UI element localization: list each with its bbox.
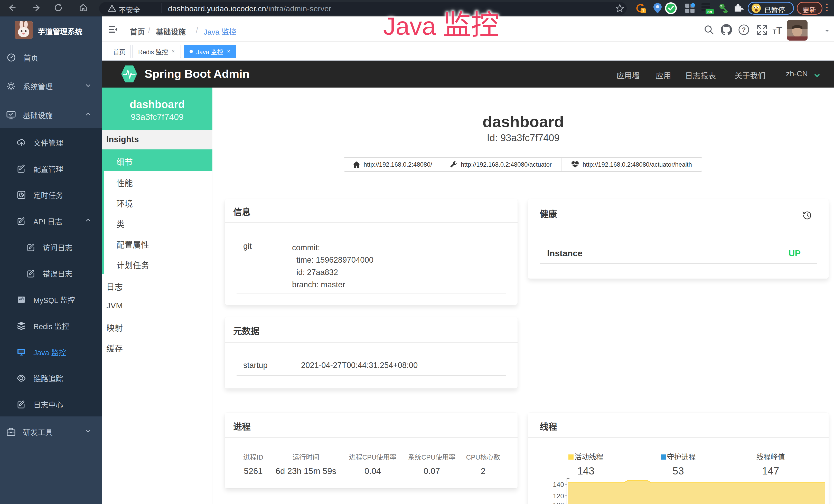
svg-text:on: on	[707, 9, 712, 14]
svg-text:?: ?	[742, 26, 746, 33]
svg-text:1: 1	[642, 8, 644, 13]
